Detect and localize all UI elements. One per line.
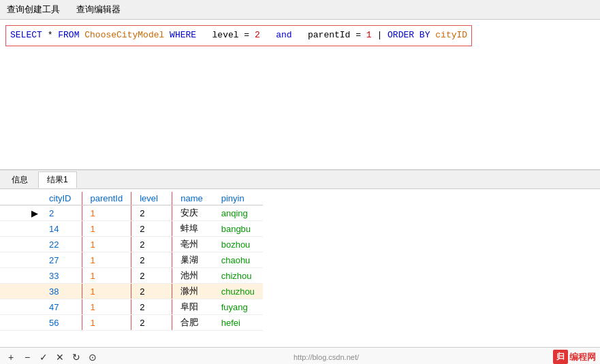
sql-table: ChooseCityModel xyxy=(84,30,170,40)
cell-parentid: 1 xyxy=(82,205,131,221)
sql-from: FROM xyxy=(58,30,79,40)
row-marker: ▶ xyxy=(0,205,41,221)
cell-cityid: 38 xyxy=(41,284,82,299)
main-container: SELECT * FROM ChooseCityModel WHERE leve… xyxy=(0,20,600,364)
cell-name: 安庆 xyxy=(172,205,213,221)
menu-query-builder[interactable]: 查询创建工具 xyxy=(4,2,63,17)
col-parentid-header: parentId xyxy=(82,192,131,205)
sql-star: * xyxy=(48,30,59,40)
cell-level: 2 xyxy=(131,284,172,299)
cell-cityid: 14 xyxy=(41,221,82,237)
cancel-button[interactable]: ✕ xyxy=(53,350,67,364)
cell-cityid: 27 xyxy=(41,252,82,268)
cell-level: 2 xyxy=(131,237,172,252)
cell-cityid: 47 xyxy=(41,299,82,315)
cell-cityid: 56 xyxy=(41,315,82,331)
sql-where: WHERE xyxy=(170,30,196,40)
row-marker xyxy=(0,268,41,284)
row-marker xyxy=(0,315,41,331)
cell-pinyin: chaohu xyxy=(213,252,263,268)
cell-pinyin: fuyang xyxy=(213,299,263,315)
settings-button[interactable]: ⊙ xyxy=(86,350,99,364)
sql-select: SELECT xyxy=(10,30,42,40)
cell-cityid: 33 xyxy=(41,268,82,284)
sql-space2 xyxy=(266,30,277,40)
cell-parentid: 1 xyxy=(82,299,131,315)
results-table: cityID parentId level name pinyin ▶212安庆… xyxy=(0,192,263,331)
cell-pinyin: chizhou xyxy=(213,268,263,284)
sql-parentid-val: 1 xyxy=(366,30,372,40)
bottom-toolbar: + − ✓ ✕ ↻ ⊙ http://blog.csdn.net/ 归 编程网 xyxy=(0,347,600,364)
cell-parentid: 1 xyxy=(82,237,131,252)
cell-name: 阜阳 xyxy=(172,299,213,315)
sql-and: and xyxy=(276,30,291,40)
url-display: http://blog.csdn.net/ xyxy=(102,353,550,361)
cell-name: 蚌埠 xyxy=(172,221,213,237)
row-marker xyxy=(0,221,41,237)
refresh-button[interactable]: ↻ xyxy=(69,350,83,364)
sql-level-val: 2 xyxy=(255,30,260,40)
table-row[interactable]: 4712阜阳fuyang xyxy=(0,299,263,315)
col-level-header: level xyxy=(131,192,172,205)
cell-level: 2 xyxy=(131,205,172,221)
tab-info[interactable]: 信息 xyxy=(3,171,37,188)
col-name-header: name xyxy=(172,192,213,205)
table-row[interactable]: 5612合肥hefei xyxy=(0,315,263,331)
cell-parentid: 1 xyxy=(82,268,131,284)
row-marker xyxy=(0,284,41,299)
sql-space4: | xyxy=(377,30,388,40)
cell-name: 池州 xyxy=(172,268,213,284)
cell-pinyin: anqing xyxy=(213,205,263,221)
row-marker xyxy=(0,252,41,268)
table-row[interactable]: 1412蚌埠bangbu xyxy=(0,221,263,237)
confirm-button[interactable]: ✓ xyxy=(37,350,50,364)
sql-order: ORDER BY xyxy=(388,30,430,40)
cell-pinyin: hefei xyxy=(213,315,263,331)
table-row[interactable]: ▶212安庆anqing xyxy=(0,205,263,221)
cell-level: 2 xyxy=(131,252,172,268)
table-row[interactable]: 2712巢湖chaohu xyxy=(0,252,263,268)
cell-name: 巢湖 xyxy=(172,252,213,268)
sql-space1: level = xyxy=(202,30,255,40)
toolbar-left: + − ✓ ✕ ↻ ⊙ xyxy=(4,350,99,364)
cell-name: 滁州 xyxy=(172,284,213,299)
query-editor[interactable]: SELECT * FROM ChooseCityModel WHERE leve… xyxy=(0,20,600,169)
table-area[interactable]: cityID parentId level name pinyin ▶212安庆… xyxy=(0,189,600,347)
cell-name: 合肥 xyxy=(172,315,213,331)
cell-parentid: 1 xyxy=(82,252,131,268)
col-pinyin-header: pinyin xyxy=(213,192,263,205)
logo-box: 归 xyxy=(553,350,568,364)
sql-space3: parentId = xyxy=(297,30,366,40)
cell-pinyin: chuzhou xyxy=(213,284,263,299)
tabs: 信息 结果1 xyxy=(0,170,600,189)
sql-orderby-col: cityID xyxy=(435,30,467,40)
add-row-button[interactable]: + xyxy=(4,350,18,364)
cell-parentid: 1 xyxy=(82,315,131,331)
cell-cityid: 22 xyxy=(41,237,82,252)
row-marker xyxy=(0,299,41,315)
tab-result1[interactable]: 结果1 xyxy=(38,171,77,188)
cell-name: 亳州 xyxy=(172,237,213,252)
cell-pinyin: bangbu xyxy=(213,221,263,237)
cell-level: 2 xyxy=(131,299,172,315)
row-marker xyxy=(0,237,41,252)
cell-level: 2 xyxy=(131,315,172,331)
remove-row-button[interactable]: − xyxy=(20,350,34,364)
cell-pinyin: bozhou xyxy=(213,237,263,252)
cell-parentid: 1 xyxy=(82,284,131,299)
logo-text: 编程网 xyxy=(569,351,596,363)
col-marker-header xyxy=(0,192,41,205)
cell-parentid: 1 xyxy=(82,221,131,237)
bottom-panel: 信息 结果1 cityID parentId level name pinyin xyxy=(0,169,600,364)
logo: 归 编程网 xyxy=(553,350,596,364)
sql-editor-box[interactable]: SELECT * FROM ChooseCityModel WHERE leve… xyxy=(5,25,472,46)
table-row[interactable]: 2212亳州bozhou xyxy=(0,237,263,252)
table-row[interactable]: 3312池州chizhou xyxy=(0,268,263,284)
cell-level: 2 xyxy=(131,221,172,237)
cell-level: 2 xyxy=(131,268,172,284)
menu-bar: 查询创建工具 查询编辑器 xyxy=(0,0,600,20)
menu-query-editor[interactable]: 查询编辑器 xyxy=(74,2,123,17)
table-row[interactable]: 3812滁州chuzhou xyxy=(0,284,263,299)
cell-cityid: 2 xyxy=(41,205,82,221)
col-cityid-header: cityID xyxy=(41,192,82,205)
